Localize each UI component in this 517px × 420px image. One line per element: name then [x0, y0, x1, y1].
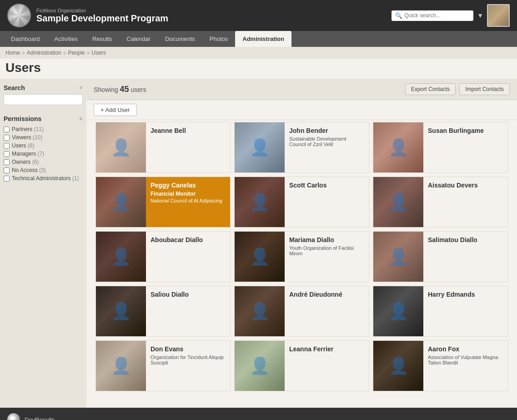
user-avatar-placeholder-5: 👤	[373, 177, 423, 227]
user-org-3: National Council of At Adipiscing	[151, 198, 226, 203]
permissions-section-title: Permissions	[4, 115, 41, 122]
permission-checkbox-2[interactable]	[4, 143, 10, 149]
user-card-11[interactable]: 👤Harry Edmands	[373, 286, 508, 337]
permission-checkbox-0[interactable]	[4, 127, 10, 132]
permission-item-0: Partners (11)	[4, 125, 83, 133]
user-info-12: Don EvansOrganization for Tincidunt Aliq…	[146, 341, 230, 391]
permission-item-2: Users (8)	[4, 142, 83, 150]
content-header: Showing 45 users Export Contacts Import …	[86, 79, 517, 100]
sidebar: Search × Permissions × Partners (11)View…	[0, 79, 86, 408]
user-avatar-placeholder-2: 👤	[373, 122, 423, 172]
user-photo-4: 👤	[235, 177, 285, 227]
user-card-1[interactable]: 👤John BenderSustainable Development Coun…	[234, 122, 369, 173]
nav-item-calendar[interactable]: Calendar	[119, 31, 158, 47]
permissions-close-button[interactable]: ×	[79, 115, 83, 122]
breadcrumb-item-3[interactable]: Users	[91, 50, 105, 56]
user-photo-2: 👤	[373, 122, 423, 172]
nav-item-administration[interactable]: Administration	[235, 31, 291, 47]
permission-label-6: Technical Administrators (1)	[12, 175, 79, 182]
permission-label-3: Managers (7)	[12, 151, 44, 157]
user-card-3[interactable]: 👤Peggy CanelasFinancial MonitorNational …	[95, 177, 231, 228]
user-avatar-placeholder-12: 👤	[96, 341, 146, 391]
user-avatar-image	[488, 5, 509, 26]
export-contacts-button[interactable]: Export Contacts	[405, 83, 456, 95]
permission-count-6: (1)	[72, 175, 79, 182]
breadcrumb-item-1[interactable]: Administration	[27, 50, 61, 56]
user-avatar-placeholder-14: 👤	[373, 341, 423, 391]
breadcrumb-separator: »	[87, 50, 90, 56]
quick-search-box[interactable]: 🔍	[392, 10, 473, 21]
user-photo-14: 👤	[373, 341, 423, 391]
user-avatar-placeholder-9: 👤	[96, 286, 146, 336]
permission-label-5: No Access (3)	[12, 167, 46, 173]
filter-dropdown-icon[interactable]: ▼	[477, 12, 483, 19]
user-card-2[interactable]: 👤Susan Burlingame	[373, 122, 508, 173]
header-left: Fictitious Organization Sample Developme…	[7, 4, 168, 27]
search-input[interactable]	[4, 94, 83, 105]
user-card-7[interactable]: 👤Mariama DialloYouth Organization of Fac…	[234, 231, 369, 282]
nav-item-documents[interactable]: Documents	[158, 31, 202, 47]
user-card-10[interactable]: 👤André Dieudonné	[234, 286, 369, 337]
breadcrumb: Home»Administration»People»Users	[0, 47, 517, 59]
permission-checkbox-3[interactable]	[4, 151, 10, 157]
user-org-7: Youth Organization of Facilisi Minim	[289, 245, 364, 256]
permission-label-1: Viewers (10)	[12, 134, 42, 141]
user-card-0[interactable]: 👤Jeanne Bell	[95, 122, 231, 173]
permissions-list: Partners (11)Viewers (10)Users (8)Manage…	[4, 125, 83, 182]
nav-item-photos[interactable]: Photos	[202, 31, 235, 47]
user-avatar-placeholder-4: 👤	[235, 177, 285, 227]
search-section-header: Search ×	[4, 84, 83, 91]
user-card-5[interactable]: 👤Aissatou Devers	[373, 177, 508, 228]
user-card-9[interactable]: 👤Saliou Diallo	[95, 286, 231, 337]
user-name-7: Mariama Diallo	[289, 236, 364, 243]
user-card-8[interactable]: 👤Salimatou Diallo	[373, 231, 508, 282]
permission-item-5: No Access (3)	[4, 166, 83, 174]
user-card-12[interactable]: 👤Don EvansOrganization for Tincidunt Ali…	[95, 340, 231, 391]
header-actions: Export Contacts Import Contacts	[405, 83, 510, 95]
user-avatar-placeholder-0: 👤	[96, 122, 146, 172]
user-photo-1: 👤	[235, 122, 285, 172]
breadcrumb-item-0[interactable]: Home	[5, 50, 20, 56]
user-name-13: Leanna Ferrier	[289, 345, 364, 353]
user-card-4[interactable]: 👤Scott Carlos	[234, 177, 369, 228]
user-photo-13: 👤	[235, 341, 285, 391]
user-info-14: Aaron FoxAssociation of Vulputate Magna …	[423, 341, 507, 391]
permissions-section-header: Permissions ×	[4, 115, 83, 122]
user-photo-5: 👤	[373, 177, 423, 227]
user-avatar-placeholder-7: 👤	[235, 232, 285, 282]
permission-checkbox-4[interactable]	[4, 159, 10, 165]
user-avatar-placeholder-1: 👤	[235, 122, 285, 172]
showing-count: Showing 45 users	[94, 85, 146, 94]
user-card-6[interactable]: 👤Aboubacar Diallo	[95, 231, 231, 282]
search-close-button[interactable]: ×	[79, 84, 83, 91]
user-photo-0: 👤	[96, 122, 146, 172]
permission-count-3: (7)	[38, 151, 45, 157]
permission-checkbox-6[interactable]	[4, 176, 10, 182]
nav-item-dashboard[interactable]: Dashboard	[4, 31, 47, 47]
user-info-8: Salimatou Diallo	[423, 232, 507, 282]
permission-count-0: (11)	[34, 126, 44, 132]
page-title-area: Users	[0, 59, 517, 79]
user-avatar[interactable]	[487, 4, 510, 27]
user-card-13[interactable]: 👤Leanna Ferrier	[234, 340, 369, 391]
breadcrumb-item-2[interactable]: People	[68, 50, 85, 56]
permission-checkbox-5[interactable]	[4, 167, 10, 173]
quick-search-input[interactable]	[404, 12, 470, 19]
user-name-11: Harry Edmands	[428, 291, 503, 298]
user-info-13: Leanna Ferrier	[285, 341, 369, 391]
user-avatar-placeholder-6: 👤	[96, 232, 146, 282]
permission-item-4: Owners (6)	[4, 158, 83, 166]
user-role-3: Financial Monitor	[151, 191, 226, 197]
add-user-button[interactable]: + Add User	[94, 104, 137, 116]
user-org-14: Association of Vulputate Magna Tation Bl…	[428, 354, 503, 365]
nav-item-results[interactable]: Results	[85, 31, 119, 47]
user-photo-11: 👤	[373, 286, 423, 336]
permission-checkbox-1[interactable]	[4, 135, 10, 141]
user-card-14[interactable]: 👤Aaron FoxAssociation of Vulputate Magna…	[373, 340, 508, 391]
user-name-6: Aboubacar Diallo	[151, 236, 226, 243]
nav-item-activities[interactable]: Activities	[47, 31, 85, 47]
search-section-title: Search	[4, 84, 25, 91]
import-contacts-button[interactable]: Import Contacts	[459, 83, 510, 95]
user-name-0: Jeanne Bell	[151, 127, 226, 134]
user-org-12: Organization for Tincidunt Aliquip Susci…	[151, 354, 226, 365]
